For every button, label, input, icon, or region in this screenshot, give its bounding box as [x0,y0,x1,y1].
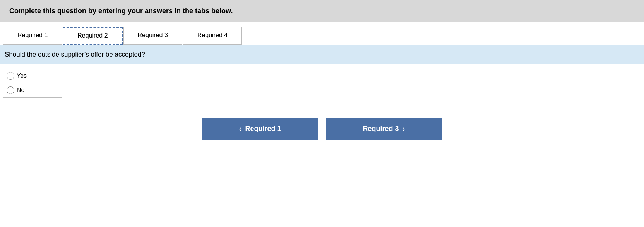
prev-button-label: Required 1 [245,125,281,133]
tab-required-4[interactable]: Required 4 [183,27,242,45]
radio-yes[interactable] [7,72,14,80]
instruction-bar: Complete this question by entering your … [0,0,644,22]
radio-group: Yes No [3,69,62,98]
radio-option-yes[interactable]: Yes [3,69,62,83]
question-text: Should the outside supplier’s offer be a… [5,51,145,58]
tab-required-3[interactable]: Required 3 [123,27,182,45]
radio-no[interactable] [7,86,14,94]
question-row: Should the outside supplier’s offer be a… [0,45,644,64]
next-chevron-icon: › [403,125,405,133]
tab-required-1[interactable]: Required 1 [3,27,62,45]
prev-button[interactable]: ‹ Required 1 [202,118,318,140]
navigation-area: ‹ Required 1 Required 3 › [0,118,644,155]
tab-required-2[interactable]: Required 2 [63,27,122,45]
radio-no-label: No [17,87,24,94]
radio-option-no[interactable]: No [3,83,62,97]
next-button[interactable]: Required 3 › [326,118,442,140]
radio-yes-label: Yes [17,72,27,79]
next-button-label: Required 3 [363,125,399,133]
prev-chevron-icon: ‹ [239,125,241,133]
answer-area: Yes No [0,64,644,102]
instruction-text: Complete this question by entering your … [9,7,233,15]
tabs-container: Required 1 Required 2 Required 3 Require… [0,22,644,45]
